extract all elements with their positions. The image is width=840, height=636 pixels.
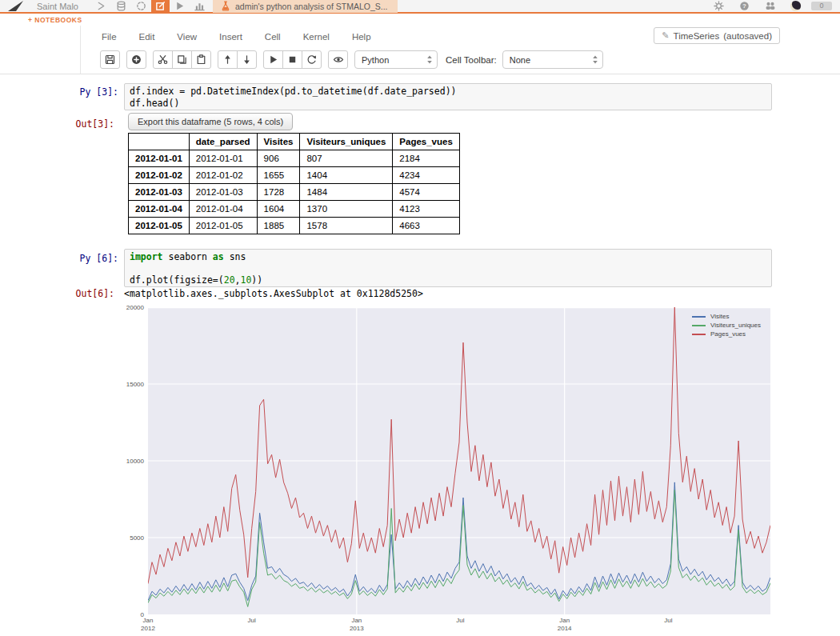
scissors-icon [158,54,168,65]
run-icon[interactable] [170,0,190,13]
paste-cell-button[interactable] [191,50,211,69]
svg-text:?: ? [742,2,746,10]
table-header: date_parsed [189,134,257,150]
table-row: 2012-01-032012-01-03172814844574 [129,184,460,201]
x-tick-label: Jan2013 [339,617,374,632]
select-stepper-icon [426,54,433,65]
x-tick-label: Jul [442,617,478,625]
arrow-down-icon [242,54,252,65]
notebook-name: TimeSeries [674,31,720,41]
line-chart [148,307,770,614]
export-dataframe-button[interactable]: Export this dataframe (5 rows, 4 cols) [128,113,293,130]
save-button[interactable] [100,50,120,69]
cell1-code-input[interactable]: df.index = pd.DatetimeIndex(pd.to_dateti… [124,83,772,110]
users-icon[interactable] [760,0,780,13]
notebooks-breadcrumb[interactable]: + NOTEBOOKS [28,16,82,24]
gear-icon[interactable] [709,0,729,13]
legend-label: Visites [710,313,729,320]
refresh-icon [306,54,317,65]
charts-icon[interactable] [190,0,210,13]
restart-kernel-button[interactable] [302,50,322,69]
project-name[interactable]: Saint Malo [37,2,78,11]
dataframe-table: date_parsedVisitesVisiteurs_uniquesPages… [128,133,460,234]
notification-badge[interactable]: 0 [811,2,832,10]
menu-help[interactable]: Help [352,32,371,42]
run-cell-button[interactable] [263,50,283,69]
notebook-title-button[interactable]: ✎ TimeSeries (autosaved) [654,27,780,44]
interrupt-kernel-button[interactable] [282,50,302,69]
datasets-icon[interactable] [111,0,131,13]
paste-icon [196,54,206,65]
kernel-select[interactable]: Python [354,50,438,69]
timeseries-figure: VisitesVisiteurs_uniquesPages_vues 05000… [120,301,808,635]
app-topbar: Saint Malo admin's python analysis of ST… [0,0,840,14]
cell2-output-prompt: Out[6]: [74,288,114,299]
toggle-output-button[interactable] [328,50,348,69]
table-header: Visites [257,134,300,150]
save-icon [105,54,115,65]
chart-legend: VisitesVisiteurs_uniquesPages_vues [692,313,761,339]
plus-circle-icon [131,54,142,65]
legend-entry: Pages_vues [692,330,761,338]
cell1-output-prompt: Out[3]: [74,118,114,130]
notebooks-strip: + NOTEBOOKS [0,15,840,26]
move-cell-up-button[interactable] [218,50,238,69]
notebook-header: File Edit View Insert Cell Kernel Help ✎… [0,26,840,74]
eye-icon [333,54,344,65]
help-icon[interactable]: ? [734,0,754,13]
notebook-tab-title: admin's python analysis of STMALO_S... [235,2,388,11]
legend-entry: Visites [692,313,761,320]
series-Visiteurs_uniques [148,490,770,607]
menu-file[interactable]: File [102,32,117,42]
table-row: 2012-01-042012-01-04160413704123 [129,201,460,218]
flow-icon[interactable] [91,0,111,13]
notebook-edit-icon[interactable] [151,0,170,13]
notebook-toolbar: Python Cell Toolbar: None [100,50,603,69]
x-tick-label: Jan2014 [547,617,582,632]
select-stepper-icon [592,54,598,65]
cell2-input-prompt: Py [6]: [78,253,118,264]
plot-area: VisitesVisiteurs_uniquesPages_vues [148,307,770,614]
table-row: 2012-01-052012-01-05188515784663 [129,218,460,234]
panel-divider [80,26,81,74]
cell2-code-input[interactable]: import seaborn as sns df.plot(figsize=(2… [124,249,772,287]
cut-cell-button[interactable] [153,50,173,69]
y-tick-label: 15000 [120,381,144,388]
legend-swatch [692,334,706,335]
add-cell-button[interactable] [126,50,146,69]
table-header: Pages_vues [393,134,460,150]
menu-edit[interactable]: Edit [139,32,155,42]
table-header [129,134,190,150]
y-tick-label: 10000 [120,458,144,465]
user-avatar[interactable] [786,0,806,13]
menu-cell[interactable]: Cell [265,32,281,42]
y-tick-label: 5000 [120,534,144,542]
x-tick-label: Jul [234,617,270,625]
copy-cell-button[interactable] [172,50,192,69]
x-tick-label: Jan2012 [130,617,166,632]
app-logo[interactable] [6,0,24,12]
autosave-status: (autosaved) [723,31,772,41]
move-cell-down-button[interactable] [237,50,257,69]
legend-entry: Visiteurs_uniques [692,322,761,329]
flask-icon [221,1,230,11]
arrow-up-icon [222,54,233,65]
table-row: 2012-01-012012-01-019068072184 [129,150,460,167]
menu-view[interactable]: View [177,32,197,42]
x-tick-label: Jul [650,617,686,625]
menu-kernel[interactable]: Kernel [303,32,330,42]
play-icon [268,54,278,65]
cell-toolbar-select[interactable]: None [502,50,603,69]
menu-insert[interactable]: Insert [219,32,242,42]
cell1-input-prompt: Py [3]: [78,86,118,98]
table-row: 2012-01-022012-01-02165514044234 [129,167,460,184]
notebook-menubar: File Edit View Insert Cell Kernel Help [102,32,371,42]
notebook-tab[interactable]: admin's python analysis of STMALO_S... [213,0,398,13]
legend-swatch [692,325,706,326]
table-header: Visiteurs_uniques [300,134,393,150]
legend-label: Pages_vues [710,330,746,338]
legend-label: Visiteurs_uniques [710,322,761,329]
jobs-icon[interactable] [131,0,151,13]
copy-icon [177,54,187,65]
pencil-icon: ✎ [662,30,669,41]
